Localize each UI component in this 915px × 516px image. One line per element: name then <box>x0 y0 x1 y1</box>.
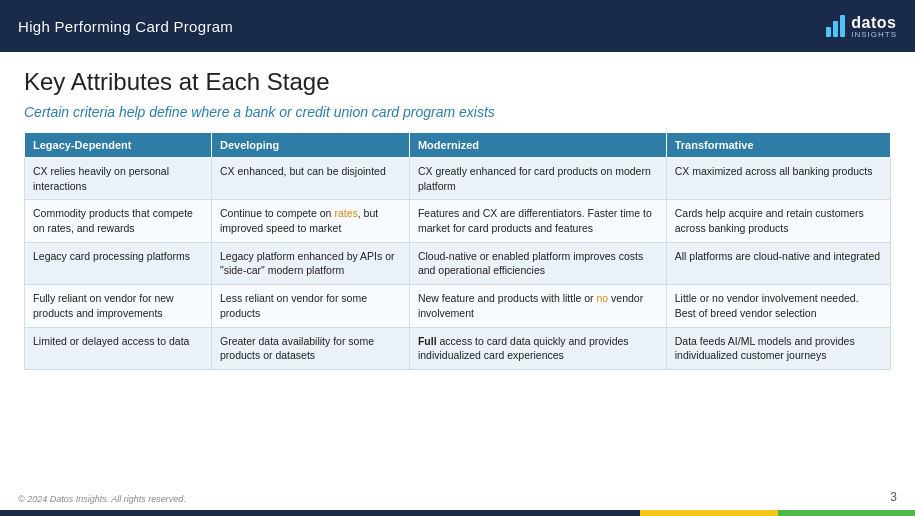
logo-icon <box>826 15 845 37</box>
col-header-transformative: Transformative <box>666 133 890 158</box>
table-cell: CX relies heavily on personal interactio… <box>25 158 212 200</box>
table-cell: CX maximized across all banking products <box>666 158 890 200</box>
table-cell: CX enhanced, but can be disjointed <box>211 158 409 200</box>
bar3 <box>840 15 845 37</box>
table-cell: Legacy platform enhanced by APIs or "sid… <box>211 242 409 284</box>
table-row: Commodity products that compete on rates… <box>25 200 891 242</box>
logo-text: datos <box>851 14 896 31</box>
table-row: Legacy card processing platformsLegacy p… <box>25 242 891 284</box>
header-bar: High Performing Card Program datos INSIG… <box>0 0 915 52</box>
col-header-developing: Developing <box>211 133 409 158</box>
table-cell: Features and CX are differentiators. Fas… <box>409 200 666 242</box>
footer-text: © 2024 Datos Insights. All rights reserv… <box>18 494 186 504</box>
table-row: CX relies heavily on personal interactio… <box>25 158 891 200</box>
table-row: Limited or delayed access to dataGreater… <box>25 327 891 369</box>
col-header-legacy: Legacy-Dependent <box>25 133 212 158</box>
bar1 <box>826 27 831 37</box>
table-cell: Continue to compete on rates, but improv… <box>211 200 409 242</box>
table-cell: Commodity products that compete on rates… <box>25 200 212 242</box>
logo-subtext: INSIGHTS <box>851 30 897 39</box>
header-title: High Performing Card Program <box>18 18 233 35</box>
bar2 <box>833 21 838 37</box>
table-row: Fully reliant on vendor for new products… <box>25 285 891 327</box>
table-cell: All platforms are cloud-native and integ… <box>666 242 890 284</box>
page-number: 3 <box>890 490 897 504</box>
table-header-row: Legacy-Dependent Developing Modernized T… <box>25 133 891 158</box>
table-cell: Data feeds AI/ML models and provides ind… <box>666 327 890 369</box>
subtitle: Certain criteria help define where a ban… <box>24 104 891 120</box>
main-content: Key Attributes at Each Stage Certain cri… <box>0 52 915 380</box>
table-cell: Little or no vendor involvement needed. … <box>666 285 890 327</box>
table-cell: Full access to card data quickly and pro… <box>409 327 666 369</box>
table-cell: New feature and products with little or … <box>409 285 666 327</box>
table-cell: CX greatly enhanced for card products on… <box>409 158 666 200</box>
table-cell: Limited or delayed access to data <box>25 327 212 369</box>
logo-container: datos INSIGHTS <box>826 14 897 39</box>
logo-text-container: datos INSIGHTS <box>851 14 897 39</box>
table-cell: Legacy card processing platforms <box>25 242 212 284</box>
table-cell: Cloud-native or enabled platform improve… <box>409 242 666 284</box>
page-title: Key Attributes at Each Stage <box>24 68 891 96</box>
table-cell: Greater data availability for some produ… <box>211 327 409 369</box>
table-cell: Less reliant on vendor for some products <box>211 285 409 327</box>
attributes-table: Legacy-Dependent Developing Modernized T… <box>24 132 891 370</box>
col-header-modernized: Modernized <box>409 133 666 158</box>
table-cell: Fully reliant on vendor for new products… <box>25 285 212 327</box>
table-cell: Cards help acquire and retain customers … <box>666 200 890 242</box>
accent-bar <box>0 510 915 516</box>
